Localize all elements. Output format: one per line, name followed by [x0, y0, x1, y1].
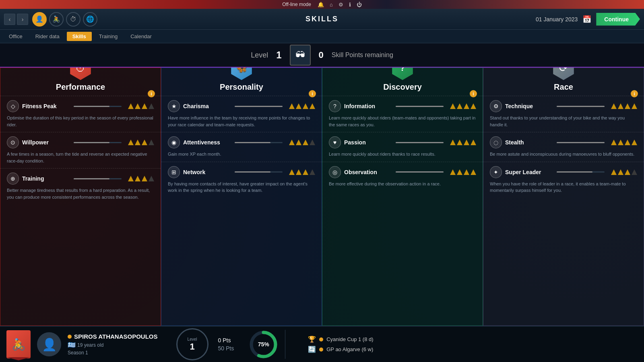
performance-info-badge[interactable]: i	[148, 90, 155, 97]
charisma-bars	[289, 103, 315, 109]
race-name-1: GP ao Algarve (6 w)	[326, 346, 373, 352]
skill-willpower: ⊙ Willpower A few times in a season, tur…	[0, 132, 161, 168]
level-circle-value: 1	[190, 341, 194, 352]
level-value: 1	[276, 49, 281, 61]
main-content: ⏱ Performance i ◇ Fitness Peak Optimise …	[0, 68, 644, 326]
performance-header: ⏱ Performance i	[0, 68, 161, 96]
rider-name-row: SPIROS ATHANASOPOULOS	[68, 333, 158, 340]
network-bars	[289, 169, 315, 175]
bike-icon-button[interactable]: 🚴	[49, 12, 64, 27]
rider-age-row: 🇬🇷 19 years old	[68, 341, 158, 349]
race-dot-0	[319, 337, 323, 341]
rider-photo: 👤	[37, 332, 61, 356]
observation-name: Observation	[344, 169, 392, 175]
power-icon[interactable]: ⏻	[357, 2, 362, 8]
personality-info-badge[interactable]: i	[309, 90, 316, 97]
calendar-icon[interactable]: 📅	[582, 15, 591, 24]
passion-desc: Learn more quickly about riders thanks t…	[329, 151, 476, 158]
column-performance: ⏱ Performance i ◇ Fitness Peak Optimise …	[0, 68, 161, 326]
rider-badge-icon: 🕶	[295, 49, 305, 61]
continue-button[interactable]: Continue	[596, 13, 640, 26]
fitness-peak-name: Fitness Peak	[22, 103, 70, 109]
performance-title: Performance	[0, 82, 161, 92]
tab-skills[interactable]: Skills	[67, 32, 92, 41]
tab-rider-data[interactable]: Rider data	[30, 32, 65, 41]
technique-icon: ⚙	[490, 100, 502, 112]
info-icon[interactable]: ℹ	[349, 2, 351, 8]
column-race: ⟳ Race i ⚙ Technique Stand out thanks to…	[483, 68, 644, 326]
skill-passion: ♥ Passion Learn more quickly about rider…	[322, 132, 483, 162]
training-bars	[128, 176, 154, 181]
skill-network: ⊞ Network By having more contacts of int…	[161, 162, 322, 198]
race-header: ⟳ Race i	[483, 68, 644, 96]
personality-hex-icon: 🦋	[229, 68, 254, 80]
stealth-name: Stealth	[505, 139, 553, 146]
discovery-info-badge[interactable]: i	[470, 90, 477, 97]
pts-total: 50 Pts	[218, 345, 234, 352]
skill-technique: ⚙ Technique Stand out thanks to your und…	[483, 96, 644, 132]
race-hex-icon: ⟳	[551, 68, 576, 80]
willpower-icon: ⊙	[7, 136, 19, 148]
discovery-hex-icon: ?	[390, 68, 415, 80]
passion-bars	[450, 140, 476, 145]
race-item-0: 🏆 Cyanide Cup 1 (8 d)	[308, 335, 373, 343]
skill-stealth: ◌ Stealth Be more astute and inconspicuo…	[483, 132, 644, 162]
globe-icon-button[interactable]: 🌐	[83, 12, 97, 27]
trophy-icon: 🏆	[308, 335, 316, 343]
willpower-desc: A few times in a season, turn the tide a…	[7, 151, 154, 164]
bottom-bar: 🚴 👤 SPIROS ATHANASOPOULOS 🇬🇷 19 years ol…	[0, 326, 644, 362]
race-info-badge[interactable]: i	[631, 90, 638, 97]
forward-button[interactable]: ›	[17, 14, 28, 25]
rider-age: 19 years old	[77, 342, 103, 348]
clock-icon-button[interactable]: ⏱	[66, 12, 80, 27]
skills-header: Level 1 🕶 0 Skill Points remaining	[0, 43, 644, 68]
header-right: 01 January 2023 📅 Continue	[536, 13, 640, 26]
super-leader-name: Super Leader	[505, 169, 553, 175]
column-personality: 🦋 Personality i ★ Charisma Have more inf…	[161, 68, 322, 326]
level-label: Level	[251, 51, 268, 60]
progress-text: 75%	[258, 341, 269, 348]
tab-office[interactable]: Office	[3, 32, 28, 41]
system-bar: Off-line mode 🔔 ⌂ ⚙ ℹ ⏻	[0, 0, 644, 9]
attentiveness-bars	[289, 140, 315, 145]
nav-icon-buttons: 👤 🚴 ⏱ 🌐	[32, 12, 97, 27]
date-display: 01 January 2023	[536, 16, 578, 23]
column-discovery: ? Discovery i ? Information Learn more q…	[322, 68, 483, 326]
rider-season: Season 1	[68, 350, 158, 356]
pts-info: 0 Pts 50 Pts	[218, 337, 234, 352]
progress-circle: 75%	[248, 329, 279, 360]
home-icon[interactable]: ⌂	[330, 2, 333, 8]
skill-points-value: 0	[319, 50, 324, 60]
fitness-peak-bars	[128, 103, 154, 109]
personality-header: 🦋 Personality i	[161, 68, 322, 96]
tab-calendar[interactable]: Calendar	[125, 32, 157, 41]
level-circle-label: Level	[188, 337, 197, 341]
rider-icon-button[interactable]: 👤	[32, 12, 47, 27]
passion-name: Passion	[344, 139, 392, 146]
fitness-peak-icon: ◇	[7, 100, 19, 112]
race-info: 🏆 Cyanide Cup 1 (8 d) 🔄 GP ao Algarve (6…	[308, 335, 373, 353]
nav-tabs: Office Rider data Skills Training Calend…	[0, 30, 644, 43]
network-icon: ⊞	[168, 166, 180, 178]
divider	[285, 330, 285, 359]
rider-dot	[68, 335, 72, 339]
rider-name: SPIROS ATHANASOPOULOS	[74, 333, 158, 340]
information-desc: Learn more quickly about riders (team-ma…	[329, 115, 476, 128]
back-button[interactable]: ‹	[4, 14, 15, 25]
skill-information: ? Information Learn more quickly about r…	[322, 96, 483, 132]
stealth-bars	[611, 140, 637, 145]
tab-training[interactable]: Training	[93, 32, 123, 41]
technique-bars	[611, 103, 637, 109]
page-title: SKILLS	[305, 15, 339, 23]
super-leader-desc: When you have the role of leader in a ra…	[490, 181, 637, 194]
rider-badge: 🕶	[290, 45, 311, 66]
willpower-bars	[128, 140, 154, 145]
super-leader-bars	[611, 169, 637, 175]
charisma-icon: ★	[168, 100, 180, 112]
gear-icon[interactable]: ⚙	[339, 2, 343, 8]
race-name-0: Cyanide Cup 1 (8 d)	[326, 336, 373, 342]
willpower-name: Willpower	[22, 139, 70, 146]
rider-jersey: 🚴	[6, 330, 31, 358]
bell-icon[interactable]: 🔔	[318, 2, 324, 8]
network-desc: By having more contacts of interest, hav…	[168, 181, 315, 194]
